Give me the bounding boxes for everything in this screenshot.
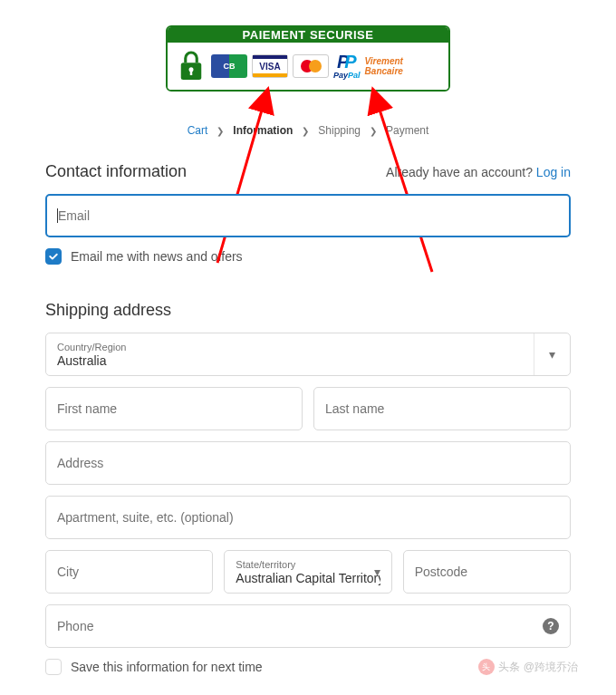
paypal-icon: PP PayPal: [333, 53, 361, 80]
email-input[interactable]: [58, 208, 580, 223]
chevron-right-icon: ❯: [217, 126, 224, 136]
shipping-heading: Shipping address: [45, 301, 571, 320]
address-input[interactable]: [57, 456, 559, 470]
chevron-right-icon: ❯: [370, 126, 377, 136]
security-banner: PAIEMENT SECURISE CB VISA PP PayPal Vire…: [166, 25, 450, 92]
breadcrumb-information: Information: [233, 124, 293, 137]
watermark-icon: 头: [478, 659, 495, 675]
address-field[interactable]: [45, 441, 571, 485]
breadcrumb-shipping: Shipping: [318, 124, 361, 137]
lock-icon: [177, 48, 206, 84]
postcode-input[interactable]: [415, 565, 559, 579]
watermark: 头 头条 @跨境乔治: [478, 659, 578, 675]
first-name-field[interactable]: [45, 387, 303, 430]
state-value: Australian Capital Territory: [236, 571, 380, 585]
help-icon[interactable]: ?: [543, 618, 559, 634]
caret-down-icon: ▾: [534, 333, 570, 375]
country-field[interactable]: Country/Region Australia ▾: [45, 333, 571, 376]
save-info-label: Save this information for next time: [71, 660, 263, 674]
city-field[interactable]: [45, 550, 213, 594]
email-field[interactable]: [45, 194, 571, 237]
breadcrumb-cart[interactable]: Cart: [188, 124, 208, 137]
newsletter-checkbox-row[interactable]: Email me with news and offers: [45, 248, 571, 265]
visa-card-icon: VISA: [252, 54, 288, 78]
bank-transfer-icon: Virement Bancaire: [365, 56, 403, 76]
country-label: Country/Region: [57, 342, 559, 352]
last-name-field[interactable]: [313, 387, 571, 430]
phone-input[interactable]: [57, 619, 559, 633]
banner-title: PAIEMENT SECURISE: [168, 27, 448, 43]
save-info-checkbox[interactable]: [45, 659, 62, 675]
svg-rect-2: [190, 71, 193, 75]
last-name-input[interactable]: [325, 401, 559, 416]
phone-field[interactable]: ?: [45, 604, 571, 648]
caret-down-icon: ▾: [364, 551, 391, 593]
postcode-field[interactable]: [403, 550, 571, 594]
country-value: Australia: [57, 353, 559, 368]
contact-heading: Contact information: [45, 162, 187, 181]
apartment-input[interactable]: [57, 510, 559, 525]
apartment-field[interactable]: [45, 496, 571, 539]
already-have-account: Already have an account?: [386, 165, 533, 179]
mastercard-icon: [293, 54, 329, 78]
breadcrumb: Cart ❯ Information ❯ Shipping ❯ Payment: [45, 92, 571, 162]
breadcrumb-payment: Payment: [386, 124, 428, 137]
city-input[interactable]: [57, 565, 201, 579]
cb-card-icon: CB: [211, 54, 247, 78]
state-label: State/territory: [236, 559, 380, 570]
chevron-right-icon: ❯: [302, 126, 309, 136]
newsletter-label: Email me with news and offers: [71, 249, 243, 264]
state-field[interactable]: State/territory Australian Capital Terri…: [224, 550, 391, 594]
login-link[interactable]: Log in: [536, 165, 571, 179]
newsletter-checkbox[interactable]: [45, 248, 62, 265]
first-name-input[interactable]: [57, 401, 291, 416]
